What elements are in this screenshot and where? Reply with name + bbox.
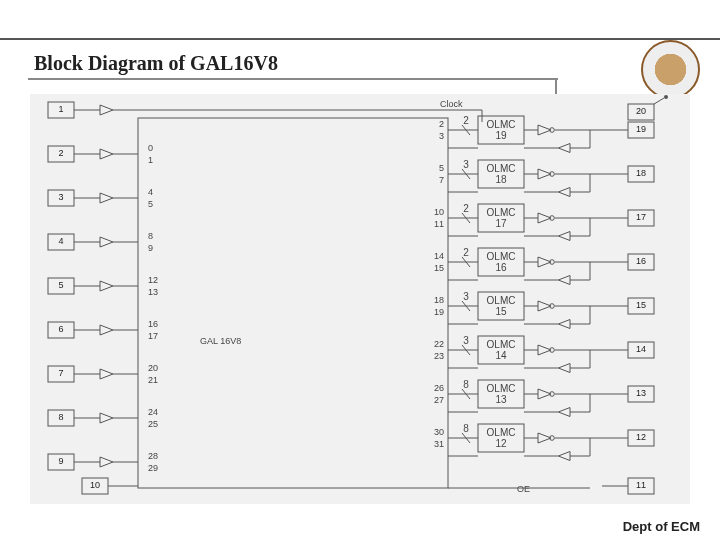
svg-text:30: 30 (434, 427, 444, 437)
svg-text:2: 2 (463, 203, 469, 214)
svg-text:3: 3 (439, 131, 444, 141)
svg-text:3: 3 (58, 192, 63, 202)
svg-text:3: 3 (463, 159, 469, 170)
svg-marker-118 (558, 232, 570, 241)
svg-text:19: 19 (636, 124, 646, 134)
olmc-13: 82627OLMC1313 (434, 379, 654, 417)
svg-text:7: 7 (439, 175, 444, 185)
svg-text:18: 18 (636, 168, 646, 178)
svg-text:8: 8 (463, 379, 469, 390)
olmc-17: 21011OLMC1717 (434, 203, 654, 241)
svg-marker-53 (100, 413, 113, 423)
clock-label: Clock (440, 99, 463, 109)
svg-marker-11 (100, 149, 113, 159)
svg-text:5: 5 (148, 199, 153, 209)
left-pin-1: 1 (48, 102, 138, 118)
svg-text:3: 3 (463, 291, 469, 302)
svg-text:1: 1 (58, 104, 63, 114)
svg-line-219 (654, 98, 664, 104)
svg-text:14: 14 (495, 350, 507, 361)
left-pin-4: 489 (48, 231, 153, 253)
svg-marker-175 (558, 364, 570, 373)
svg-text:26: 26 (434, 383, 444, 393)
svg-marker-18 (100, 193, 113, 203)
svg-text:7: 7 (58, 368, 63, 378)
svg-marker-6 (100, 105, 113, 115)
svg-marker-92 (538, 169, 551, 179)
svg-text:18: 18 (495, 174, 507, 185)
svg-text:19: 19 (495, 130, 507, 141)
olmc-19: 223OLMC1919 (439, 115, 654, 153)
university-logo-icon (641, 40, 700, 99)
svg-text:17: 17 (636, 212, 646, 222)
svg-text:12: 12 (636, 432, 646, 442)
svg-marker-156 (558, 320, 570, 329)
left-pin-9: 92829 (48, 451, 158, 473)
svg-text:20: 20 (148, 363, 158, 373)
svg-text:14: 14 (434, 251, 444, 261)
olmc-14: 32223OLMC1414 (434, 335, 654, 373)
svg-text:25: 25 (148, 419, 158, 429)
right-bottom-pin: 11 (602, 478, 654, 494)
svg-text:17: 17 (495, 218, 507, 229)
svg-text:8: 8 (148, 231, 153, 241)
svg-text:15: 15 (636, 300, 646, 310)
svg-marker-32 (100, 281, 113, 291)
olmc-16: 21415OLMC1616 (434, 247, 654, 285)
svg-text:6: 6 (58, 324, 63, 334)
svg-marker-168 (538, 345, 551, 355)
svg-text:16: 16 (148, 319, 158, 329)
left-pin-group: 12013454895121361617720218242592829 (48, 102, 158, 473)
svg-text:1: 1 (148, 155, 153, 165)
olmc-12: 83031OLMC1212 (434, 423, 654, 461)
svg-marker-149 (538, 301, 551, 311)
svg-text:OLMC: OLMC (487, 251, 516, 262)
left-pin-3: 345 (48, 187, 153, 209)
svg-marker-73 (538, 125, 551, 135)
svg-text:3: 3 (463, 335, 469, 346)
svg-text:11: 11 (434, 219, 444, 229)
svg-text:13: 13 (148, 287, 158, 297)
svg-text:5: 5 (58, 280, 63, 290)
svg-text:15: 15 (434, 263, 444, 273)
svg-text:9: 9 (148, 243, 153, 253)
svg-text:12: 12 (148, 275, 158, 285)
page-title: Block Diagram of GAL16V8 (34, 52, 278, 75)
svg-text:16: 16 (636, 256, 646, 266)
svg-text:27: 27 (434, 395, 444, 405)
svg-text:16: 16 (495, 262, 507, 273)
svg-text:OLMC: OLMC (487, 339, 516, 350)
svg-text:28: 28 (148, 451, 158, 461)
title-underline (28, 78, 558, 80)
svg-text:15: 15 (495, 306, 507, 317)
svg-text:11: 11 (636, 480, 646, 490)
svg-text:29: 29 (148, 463, 158, 473)
oe-label: OE (517, 484, 530, 494)
top-rule (0, 38, 720, 40)
svg-marker-213 (558, 452, 570, 461)
svg-text:OLMC: OLMC (487, 207, 516, 218)
svg-text:OLMC: OLMC (487, 383, 516, 394)
block-diagram: GAL 16V8 Clock 1201345489512136161772021… (30, 94, 690, 504)
svg-text:23: 23 (434, 351, 444, 361)
svg-marker-60 (100, 457, 113, 467)
footer-dept: Dept of ECM (623, 519, 700, 534)
svg-marker-187 (538, 389, 551, 399)
svg-text:0: 0 (148, 143, 153, 153)
svg-text:5: 5 (439, 163, 444, 173)
svg-text:10: 10 (434, 207, 444, 217)
svg-marker-46 (100, 369, 113, 379)
olmc-18: 357OLMC1818 (439, 159, 654, 197)
left-pin-5: 51213 (48, 275, 158, 297)
svg-text:14: 14 (636, 344, 646, 354)
svg-text:2: 2 (58, 148, 63, 158)
svg-text:9: 9 (58, 456, 63, 466)
svg-text:2: 2 (463, 247, 469, 258)
left-bottom-pin: 10 (82, 478, 138, 494)
left-pin-7: 72021 (48, 363, 158, 385)
svg-text:OLMC: OLMC (487, 119, 516, 130)
svg-text:20: 20 (636, 106, 646, 116)
svg-marker-130 (538, 257, 551, 267)
svg-text:31: 31 (434, 439, 444, 449)
svg-text:13: 13 (495, 394, 507, 405)
